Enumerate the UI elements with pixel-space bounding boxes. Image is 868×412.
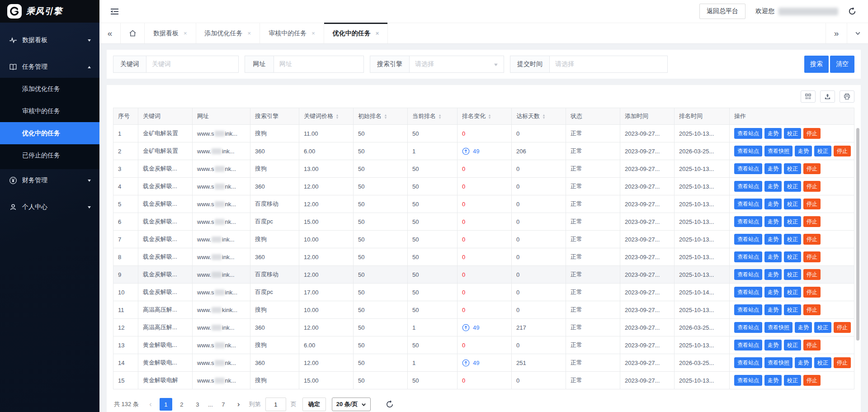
close-icon[interactable]: × (184, 30, 187, 37)
trend-button[interactable]: 走势 (764, 269, 782, 280)
correct-button[interactable]: 校正 (784, 216, 801, 227)
correct-button[interactable]: 校正 (784, 304, 801, 315)
refresh-icon[interactable] (848, 7, 856, 15)
close-icon[interactable]: × (248, 30, 251, 37)
tabs-menu-chevron-icon[interactable] (847, 23, 868, 43)
sidebar-item-finance-management[interactable]: 财务管理▼ (0, 169, 99, 191)
trend-button[interactable]: 走势 (764, 181, 782, 192)
sidebar-item-add-task[interactable]: 添加优化任务 (0, 78, 99, 100)
correct-button[interactable]: 校正 (814, 146, 831, 156)
trend-button[interactable]: 走势 (764, 234, 782, 245)
trend-button[interactable]: 走势 (764, 287, 782, 298)
correct-button[interactable]: 校正 (784, 375, 801, 386)
view-snapshot-button[interactable]: 查看快照 (764, 357, 793, 368)
tab-review-tasks[interactable]: 审核中的任务× (260, 23, 324, 43)
tab-add-task[interactable]: 添加优化任务× (196, 23, 260, 43)
stop-button[interactable]: 停止 (803, 375, 821, 386)
view-site-button[interactable]: 查看站点 (734, 304, 762, 315)
reload-table-icon[interactable] (386, 400, 394, 408)
trend-button[interactable]: 走势 (795, 146, 812, 156)
column-header-init-rank[interactable]: 初始排名▲▼ (354, 108, 408, 125)
home-icon[interactable] (121, 23, 145, 43)
view-site-button[interactable]: 查看站点 (734, 199, 762, 209)
page-button-3[interactable]: 3 (191, 398, 204, 411)
clear-button[interactable]: 清空 (830, 56, 854, 73)
next-page-icon[interactable]: › (233, 398, 245, 411)
view-site-button[interactable]: 查看站点 (734, 128, 762, 139)
url-input[interactable]: 网址 (274, 56, 364, 73)
view-snapshot-button[interactable]: 查看快照 (764, 322, 793, 333)
view-site-button[interactable]: 查看站点 (734, 146, 762, 156)
tab-data-board[interactable]: 数据看板× (145, 23, 196, 43)
page-size-select[interactable]: 20 条/页 (332, 398, 371, 411)
stop-button[interactable]: 停止 (803, 216, 821, 227)
sidebar-item-optimizing-tasks[interactable]: 优化中的任务 (0, 122, 99, 144)
stop-button[interactable]: 停止 (803, 287, 821, 298)
trend-button[interactable]: 走势 (795, 357, 812, 368)
tab-optimizing-tasks[interactable]: 优化中的任务× (324, 23, 388, 43)
correct-button[interactable]: 校正 (784, 269, 801, 280)
stop-button[interactable]: 停止 (803, 340, 821, 350)
keyword-input[interactable]: 关键词 (146, 56, 239, 73)
correct-button[interactable]: 校正 (784, 340, 801, 350)
correct-button[interactable]: 校正 (784, 234, 801, 245)
correct-button[interactable]: 校正 (784, 163, 801, 174)
view-site-button[interactable]: 查看站点 (734, 251, 762, 262)
stop-button[interactable]: 停止 (803, 128, 821, 139)
view-site-button[interactable]: 查看站点 (734, 181, 762, 192)
search-button[interactable]: 搜索 (804, 56, 829, 73)
column-settings-icon[interactable] (801, 90, 816, 103)
correct-button[interactable]: 校正 (784, 128, 801, 139)
view-site-button[interactable]: 查看站点 (734, 163, 762, 174)
close-icon[interactable]: × (311, 30, 315, 37)
tabs-scroll-left-icon[interactable]: « (99, 23, 121, 43)
view-site-button[interactable]: 查看站点 (734, 375, 762, 386)
tabs-scroll-right-icon[interactable]: » (826, 23, 847, 43)
column-header-days[interactable]: 达标天数▲▼ (512, 108, 566, 125)
column-header-cur-rank[interactable]: 当前排名▲▼ (408, 108, 458, 125)
sidebar-item-stopped-tasks[interactable]: 已停止的任务 (0, 144, 99, 166)
correct-button[interactable]: 校正 (814, 322, 831, 333)
trend-button[interactable]: 走势 (764, 375, 782, 386)
trend-button[interactable]: 走势 (764, 163, 782, 174)
stop-button[interactable]: 停止 (834, 146, 851, 156)
correct-button[interactable]: 校正 (784, 251, 801, 262)
stop-button[interactable]: 停止 (803, 269, 821, 280)
view-site-button[interactable]: 查看站点 (734, 269, 762, 280)
sort-carets-icon[interactable]: ▲▼ (488, 114, 491, 119)
stop-button[interactable]: 停止 (803, 304, 821, 315)
column-header-price[interactable]: 关键词价格▲▼ (299, 108, 354, 125)
sort-carets-icon[interactable]: ▲▼ (384, 114, 387, 119)
trend-button[interactable]: 走势 (764, 128, 782, 139)
page-button-1[interactable]: 1 (160, 398, 172, 411)
goto-page-input[interactable]: 1 (265, 398, 286, 411)
correct-button[interactable]: 校正 (814, 357, 831, 368)
column-header-rank-change[interactable]: 排名变化▲▼ (458, 108, 512, 125)
stop-button[interactable]: 停止 (803, 234, 821, 245)
prev-page-icon[interactable]: ‹ (145, 398, 156, 411)
confirm-page-button[interactable]: 确定 (302, 398, 326, 411)
correct-button[interactable]: 校正 (784, 199, 801, 209)
sidebar-item-review-tasks[interactable]: 审核中的任务 (0, 100, 99, 122)
stop-button[interactable]: 停止 (803, 181, 821, 192)
sidebar-item-profile-center[interactable]: 个人中心▼ (0, 196, 99, 218)
sidebar-collapse-icon[interactable] (107, 4, 122, 19)
correct-button[interactable]: 校正 (784, 287, 801, 298)
trend-button[interactable]: 走势 (764, 199, 782, 209)
engine-select[interactable]: 请选择▼ (409, 56, 504, 73)
trend-button[interactable]: 走势 (764, 304, 782, 315)
table-scrollbar-thumb[interactable] (856, 128, 859, 341)
view-site-button[interactable]: 查看站点 (734, 357, 762, 368)
trend-button[interactable]: 走势 (764, 216, 782, 227)
stop-button[interactable]: 停止 (834, 322, 851, 333)
trend-button[interactable]: 走势 (764, 340, 782, 350)
stop-button[interactable]: 停止 (803, 251, 821, 262)
stop-button[interactable]: 停止 (834, 357, 851, 368)
view-snapshot-button[interactable]: 查看快照 (764, 146, 793, 156)
trend-button[interactable]: 走势 (795, 322, 812, 333)
export-icon[interactable] (820, 90, 835, 103)
view-site-button[interactable]: 查看站点 (734, 322, 762, 333)
submit-time-input[interactable]: 请选择 (549, 56, 668, 73)
print-icon[interactable] (840, 90, 854, 103)
stop-button[interactable]: 停止 (803, 199, 821, 209)
